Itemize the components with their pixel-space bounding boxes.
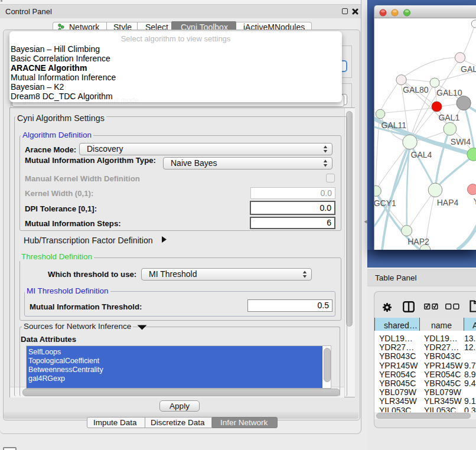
svg-text:GAL2: GAL2 [461, 64, 476, 74]
svg-text:YJ: YJ [474, 197, 476, 206]
svg-text:SWI4: SWI4 [451, 137, 471, 146]
svg-text:HAP2: HAP2 [407, 237, 429, 246]
svg-text:GCY1: GCY1 [374, 198, 396, 208]
svg-text:GAL80: GAL80 [403, 85, 429, 94]
svg-text:GAL4: GAL4 [411, 150, 432, 159]
svg-text:GAL10: GAL10 [436, 88, 462, 97]
svg-text:HAP4: HAP4 [437, 198, 459, 207]
svg-text:GAL11: GAL11 [382, 120, 407, 130]
svg-text:GAL1: GAL1 [438, 113, 459, 122]
